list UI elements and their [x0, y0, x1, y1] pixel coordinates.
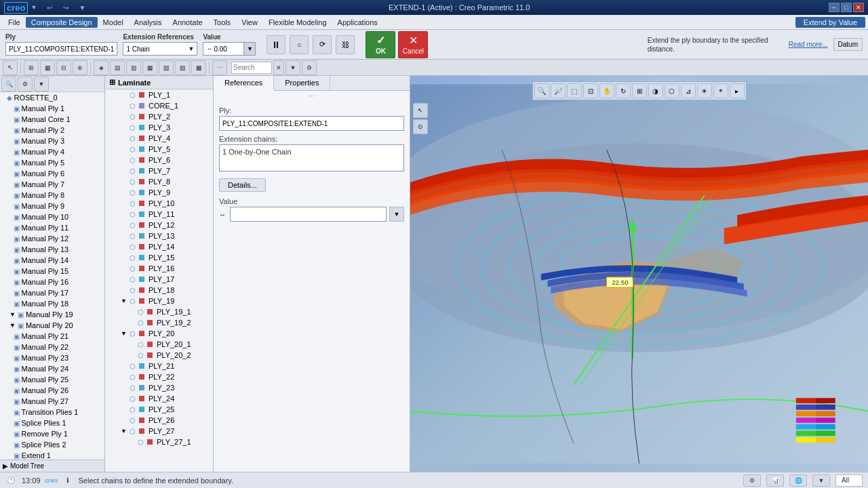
value-input[interactable]: 0.00: [230, 207, 387, 222]
datum-button[interactable]: Datum: [833, 38, 863, 51]
ply-item-ply20_2[interactable]: ⬡PLY_20_2: [105, 350, 213, 361]
tree-item-manual_ply3[interactable]: ▣Manual Ply 3: [0, 136, 104, 146]
tree-item-manual_ply4[interactable]: ▣Manual Ply 4: [0, 146, 104, 157]
toggle-btn1[interactable]: ◈: [94, 60, 108, 75]
tree-item-manual_ply16[interactable]: ▣Manual Ply 16: [0, 277, 104, 287]
viewport[interactable]: 22.50 🔍 🔎 ⬚ ⊡ ✋ ↻: [410, 76, 868, 472]
ply-item-ply17[interactable]: ⬡PLY_17: [105, 274, 213, 285]
ply-item-ply7[interactable]: ⬡PLY_7: [105, 165, 213, 176]
minimize-btn[interactable]: ─: [829, 3, 840, 12]
tree-item-manual_ply27[interactable]: ▣Manual Ply 27: [0, 396, 104, 407]
ply-item-ply12[interactable]: ⬡PLY_12: [105, 220, 213, 230]
ply-item-ply22[interactable]: ⬡PLY_22: [105, 371, 213, 382]
select-tool-btn[interactable]: ↖: [3, 60, 18, 75]
ply-item-ply27_1[interactable]: ⬡PLY_27_1: [105, 436, 213, 447]
tree-item-manual_ply20[interactable]: ▼▣Manual Ply 20: [0, 320, 104, 331]
tree-filter-btn[interactable]: ▼: [34, 77, 49, 92]
filter-btn[interactable]: ▦: [40, 60, 55, 75]
tree-item-manual_ply12[interactable]: ▣Manual Ply 12: [0, 233, 104, 244]
status-filter-btn[interactable]: ▼: [812, 474, 830, 487]
ply-item-ply16[interactable]: ⬡PLY_16: [105, 263, 213, 274]
toggle-btn3[interactable]: ▥: [126, 60, 141, 75]
shading-btn[interactable]: ◑: [648, 83, 663, 98]
pan-btn[interactable]: ✋: [599, 83, 614, 98]
tree-item-rosette_0[interactable]: ◆ROSETTE_0: [0, 92, 104, 103]
value-unit-dropdown[interactable]: ▼: [389, 207, 404, 222]
ply-item-ply10[interactable]: ⬡PLY_10: [105, 198, 213, 209]
ply-item-ply20[interactable]: ▼⬡PLY_20: [105, 328, 213, 339]
tab-properties[interactable]: Properties: [274, 76, 330, 90]
zoom-area-btn[interactable]: ⬚: [567, 83, 582, 98]
ply-item-ply8[interactable]: ⬡PLY_8: [105, 176, 213, 187]
ok-button[interactable]: ✓ OK: [366, 31, 395, 58]
tree-item-splice_plies2[interactable]: ▣Splice Plies 2: [0, 439, 104, 450]
orbit-btn[interactable]: ↻: [616, 83, 631, 98]
ply-item-ply4[interactable]: ⬡PLY_4: [105, 133, 213, 144]
tab-references[interactable]: References: [214, 76, 274, 91]
ply-item-ply3[interactable]: ⬡PLY_3: [105, 122, 213, 133]
tree-item-remove_ply1[interactable]: ▣Remove Ply 1: [0, 428, 104, 439]
menu-flexible-modeling[interactable]: Flexible Modeling: [263, 17, 332, 28]
ply-item-ply11[interactable]: ⬡PLY_11: [105, 209, 213, 220]
more-btn[interactable]: ▼: [75, 0, 90, 15]
menu-file[interactable]: File: [3, 17, 26, 28]
menu-annotate[interactable]: Annotate: [167, 17, 208, 28]
search-clear-btn[interactable]: ✕: [273, 60, 284, 75]
chain-btn[interactable]: ⛓: [336, 35, 355, 54]
ply-item-ply15[interactable]: ⬡PLY_15: [105, 252, 213, 263]
tree-config-btn[interactable]: ⚙: [18, 77, 33, 92]
tree-item-manual_ply6[interactable]: ▣Manual Ply 6: [0, 168, 104, 179]
status-options-btn[interactable]: ⚙: [743, 474, 761, 487]
tree-item-manual_core1[interactable]: ▣Manual Core 1: [0, 114, 104, 125]
tree-btn[interactable]: ⊕: [73, 60, 87, 75]
filter-toggle-btn[interactable]: ▼: [285, 60, 300, 75]
close-btn[interactable]: ✕: [853, 3, 864, 12]
model-tree-footer[interactable]: ▶ Model Tree: [0, 460, 104, 472]
config-btn[interactable]: ⚙: [302, 60, 317, 75]
select-filter-btn[interactable]: ↖: [413, 103, 428, 118]
tree-item-manual_ply17[interactable]: ▣Manual Ply 17: [0, 287, 104, 298]
menu-applications[interactable]: Applications: [332, 17, 383, 28]
ply-item-ply1[interactable]: ⬡PLY_1: [105, 89, 213, 100]
view-all-btn[interactable]: ⊞: [632, 83, 647, 98]
ply-item-ply19_2[interactable]: ⬡PLY_19_2: [105, 317, 213, 328]
pause-btn[interactable]: ⏸: [267, 35, 285, 54]
multi-select-btn[interactable]: ⊞: [24, 60, 39, 75]
ply-item-ply2[interactable]: ⬡PLY_2: [105, 111, 213, 122]
tree-item-manual_ply15[interactable]: ▣Manual Ply 15: [0, 266, 104, 277]
tree-item-transition_plies1[interactable]: ▣Transition Plies 1: [0, 407, 104, 418]
axis-btn[interactable]: ⌖: [713, 83, 728, 98]
more-view-btn[interactable]: ▸: [730, 83, 745, 98]
toggle-btn7[interactable]: ▩: [191, 60, 206, 75]
ext-refs-dropdown[interactable]: 1 Chain ▼: [123, 42, 197, 56]
ply-item-ply26[interactable]: ⬡PLY_26: [105, 415, 213, 426]
ply-item-ply20_1[interactable]: ⬡PLY_20_1: [105, 339, 213, 350]
cancel-button[interactable]: ✕ Cancel: [398, 31, 428, 58]
tree-item-manual_ply11[interactable]: ▣Manual Ply 11: [0, 222, 104, 233]
tree-item-manual_ply1[interactable]: ▣Manual Ply 1: [0, 103, 104, 114]
value-dropdown-btn[interactable]: ▼: [243, 42, 256, 56]
ply-item-ply5[interactable]: ⬡PLY_5: [105, 144, 213, 155]
wireframe-btn[interactable]: ⬡: [665, 83, 679, 98]
tree-item-manual_ply9[interactable]: ▣Manual Ply 9: [0, 201, 104, 211]
tree-item-extend1[interactable]: ▣Extend 1: [0, 450, 104, 460]
tree-item-manual_ply7[interactable]: ▣Manual Ply 7: [0, 179, 104, 190]
ply-item-ply27[interactable]: ▼⬡PLY_27: [105, 426, 213, 436]
ply-item-ply19[interactable]: ▼⬡PLY_19: [105, 296, 213, 306]
tree-item-manual_ply13[interactable]: ▣Manual Ply 13: [0, 244, 104, 255]
ply-item-core1[interactable]: ⬡CORE_1: [105, 100, 213, 111]
redo-btn-title[interactable]: ↪: [58, 0, 73, 15]
zoom-out-btn[interactable]: 🔎: [551, 83, 566, 98]
tree-item-manual_ply26[interactable]: ▣Manual Ply 26: [0, 385, 104, 396]
tree-item-manual_ply18[interactable]: ▣Manual Ply 18: [0, 298, 104, 309]
toggle-btn5[interactable]: ▧: [159, 60, 174, 75]
details-button[interactable]: Details...: [219, 178, 266, 192]
ply-item-ply18[interactable]: ⬡PLY_18: [105, 285, 213, 296]
search-input[interactable]: [231, 62, 272, 74]
toggle-btn2[interactable]: ▤: [110, 60, 125, 75]
toggle-btn4[interactable]: ▦: [142, 60, 157, 75]
tree-item-manual_ply19[interactable]: ▼▣Manual Ply 19: [0, 309, 104, 320]
panel-resize-handle[interactable]: ···: [214, 91, 410, 101]
tree-item-manual_ply2[interactable]: ▣Manual Ply 2: [0, 125, 104, 136]
value-field[interactable]: ↔ 0.00: [203, 42, 243, 56]
